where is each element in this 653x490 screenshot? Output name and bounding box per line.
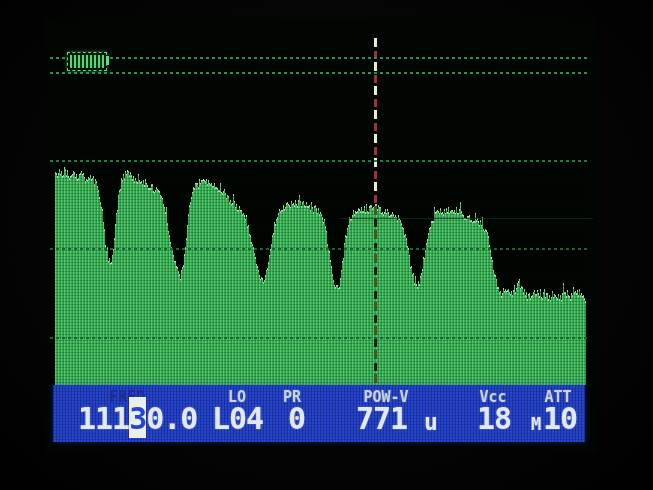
grid-line-bottom: [50, 337, 590, 339]
att-prefix: M: [531, 416, 541, 433]
pow-v-value: 771: [356, 404, 407, 434]
battery-cells: [70, 55, 104, 68]
battery-terminal: [106, 56, 109, 65]
grid-line-mid-2: [50, 248, 590, 250]
device-photo-background: FREQ LO PR POW-V Vcc ATT 11130.0 L04 0 7…: [0, 0, 653, 490]
lcd-screen: FREQ LO PR POW-V Vcc ATT 11130.0 L04 0 7…: [46, 18, 597, 452]
pow-v-unit: u: [424, 411, 438, 434]
vcc-value: 18: [477, 404, 511, 434]
status-bar: FREQ LO PR POW-V Vcc ATT 11130.0 L04 0 7…: [53, 385, 585, 442]
battery-icon: [67, 52, 107, 71]
freq-digits-pre: 111: [78, 401, 129, 436]
grid-line-mid-1: [50, 160, 590, 162]
att-value: 10: [543, 404, 577, 434]
pr-value: 0: [288, 404, 305, 434]
freq-digits-post: 0.0: [146, 401, 197, 436]
freq-edit-cursor[interactable]: 3: [129, 401, 146, 436]
grid-line-top-2: [50, 72, 590, 74]
grid-line-top-1: [50, 57, 590, 59]
frequency-marker-line: [373, 38, 378, 385]
freq-value[interactable]: 11130.0: [78, 404, 197, 434]
lo-value: L04: [212, 404, 263, 434]
